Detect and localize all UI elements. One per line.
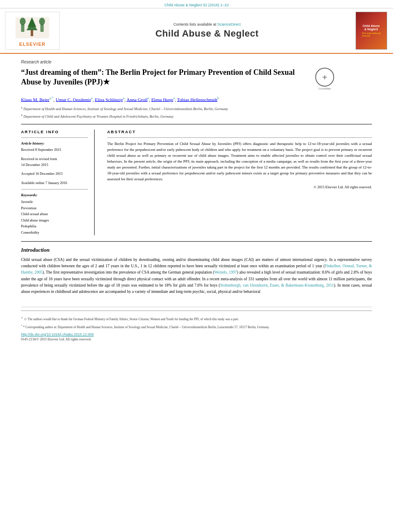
author-groll[interactable]: Anna Groll: [127, 97, 148, 102]
received-date: Received 8 September 2015: [21, 147, 88, 153]
online-date: Available online 7 January 2016: [21, 180, 88, 186]
author-hellenschmidt[interactable]: Tobias Hellenschmidt: [177, 97, 217, 102]
sciencedirect-anchor[interactable]: ScienceDirect: [217, 22, 241, 26]
ref-wetzels[interactable]: Wetzels, 1997: [214, 270, 237, 274]
author-schlinzig[interactable]: Eliza Schlinzig: [95, 97, 123, 102]
keyword-juvenile: Juvenile: [21, 199, 88, 205]
affiliation-a: a Department of Health and Human Science…: [21, 106, 372, 112]
ref-stoltenborgh[interactable]: Stoltenborgh, van IJzendoorn, Euser, & B…: [220, 283, 334, 287]
ref-finkelhor[interactable]: Finkelhor, Ormod, Turner, & Hamby, 2005: [21, 264, 372, 274]
keyword-comorbidity: Comorbidity: [21, 229, 88, 235]
author-beier[interactable]: Klaus M. Beier: [21, 97, 50, 102]
journal-cover: Child Abuse& Neglect The InternationalJo…: [354, 12, 388, 50]
article-title: “Just dreaming of them”: The Berlin Proj…: [21, 68, 307, 87]
journal-header: ELSEVIER Contents lists available at Sci…: [0, 8, 393, 54]
main-content: Research article “Just dreaming of them”…: [0, 54, 393, 303]
elsevier-tree-icon: [13, 15, 51, 40]
footer-note-corresponding: * * Corresponding author at: Department …: [21, 324, 372, 329]
svg-point-6: [39, 18, 45, 25]
page-footer: ✩ ✩ The authors would like to thank the …: [21, 307, 372, 341]
affiliation-b: b Department of Child and Adolescent Psy…: [21, 113, 372, 119]
history-label: Article history:: [21, 141, 88, 145]
keyword-csa: Child sexual abuse: [21, 211, 88, 217]
author-hupp[interactable]: Elena Hupp: [151, 97, 173, 102]
svg-rect-2: [21, 24, 24, 32]
author-oezdemir[interactable]: Umut C. Oezdemir: [56, 97, 91, 102]
cover-subtitle: The InternationalJournal: [361, 32, 380, 37]
footer-note-funding: ✩ ✩ The authors would like to thank the …: [21, 316, 372, 321]
top-bar: Child Abuse & Neglect 52 (2016) 1–10: [0, 0, 393, 8]
divider-article-info: [21, 137, 88, 138]
crossmark-label: CrossMark: [319, 87, 331, 90]
sciencedirect-link: Contents lists available at ScienceDirec…: [173, 22, 240, 26]
article-info-column: ARTICLE INFO Article history: Received 8…: [21, 129, 95, 235]
footer-issn: 0145-2134/© 2015 Elsevier Ltd. All right…: [21, 337, 372, 341]
abstract-column: ABSTRACT The Berlin Project for Primary …: [107, 129, 372, 235]
keyword-pedophilia: Pedophilia: [21, 223, 88, 229]
article-info-heading: ARTICLE INFO: [21, 129, 88, 134]
authors-line: Klaus M. Beiera,*, Umut C. Oezdemira, El…: [21, 96, 372, 103]
svg-point-1: [20, 18, 26, 25]
two-column-section: ARTICLE INFO Article history: Received 8…: [21, 129, 372, 235]
introduction-paragraph: Child sexual abuse (CSA) and the sexual …: [21, 257, 372, 295]
footer-doi-link[interactable]: http://dx.doi.org/10.1016/j.chiabu.2015.…: [21, 332, 94, 337]
svg-rect-7: [40, 24, 44, 32]
abstract-heading: ABSTRACT: [107, 129, 372, 134]
title-row: “Just dreaming of them”: The Berlin Proj…: [21, 68, 372, 92]
journal-reference: Child Abuse & Neglect 52 (2016) 1–10: [164, 3, 229, 7]
keywords-label: Keywords:: [21, 193, 88, 197]
divider-1: [21, 124, 372, 124]
cover-title: Child Abuse& Neglect: [363, 24, 380, 32]
revised-date: Received in revised form14 December 2015: [21, 156, 88, 168]
accepted-date: Accepted 16 December 2015: [21, 171, 88, 177]
copyright-notice: © 2015 Elsevier Ltd. All rights reserved…: [107, 185, 372, 189]
keywords-list: Juvenile Prevention Child sexual abuse C…: [21, 199, 88, 235]
abstract-text: The Berlin Project for Primary Preventio…: [107, 141, 372, 182]
crossmark-icon: [315, 68, 334, 87]
divider-intro: [21, 241, 372, 242]
journal-center: Contents lists available at ScienceDirec…: [64, 12, 350, 50]
journal-cover-box: Child Abuse& Neglect The InternationalJo…: [356, 12, 387, 50]
divider-keywords: [21, 189, 88, 190]
keyword-cai: Child abuse images: [21, 217, 88, 223]
elsevier-logo: ELSEVIER: [5, 12, 60, 50]
elsevier-brand-text: ELSEVIER: [19, 42, 45, 47]
introduction-heading: Introduction: [21, 247, 372, 253]
keyword-prevention: Prevention: [21, 205, 88, 211]
journal-main-title: Child Abuse & Neglect: [156, 28, 259, 39]
divider-abstract: [107, 137, 372, 138]
article-type-label: Research article: [21, 60, 372, 64]
svg-rect-5: [31, 30, 33, 36]
